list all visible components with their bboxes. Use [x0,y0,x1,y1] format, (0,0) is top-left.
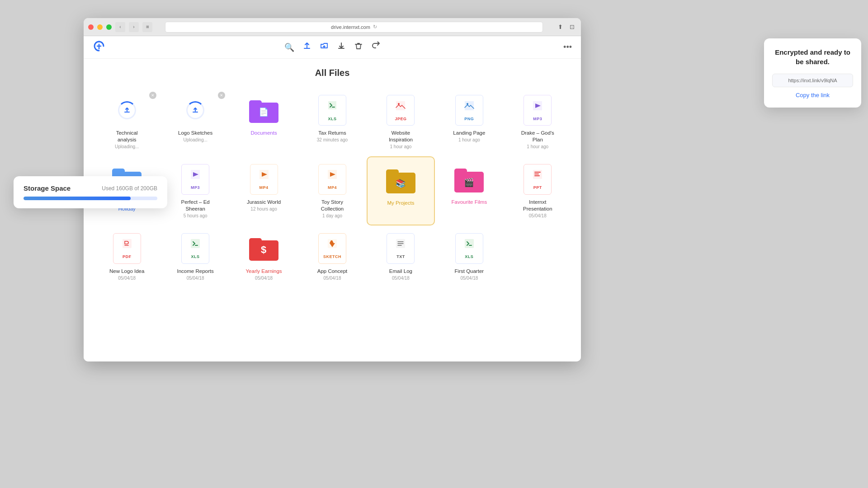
file-name: Tax Returns [318,130,346,136]
file-item[interactable]: JPEG Website Inspiration 1 hour ago [367,87,435,156]
download-button[interactable] [337,42,346,53]
svg-rect-17 [534,175,540,176]
share-icon[interactable]: ⬆ [556,23,565,32]
file-type-badge: TXT [396,254,405,259]
file-item-jurassic-world[interactable]: MP4 Jurassic World 12 hours ago [230,156,298,225]
file-item[interactable]: 📄 Documents [230,87,298,156]
file-name: Favourite Films [452,199,487,206]
back-button[interactable]: ‹ [115,22,125,32]
app-logo [93,40,105,55]
file-name: Landing Page [453,130,485,136]
file-item[interactable]: MP4 Toy Story Collection 1 day ago [298,156,366,225]
file-icon: PDF [113,233,141,264]
file-icon-wrapper: PDF [111,233,143,264]
search-button[interactable]: 🔍 [284,42,294,52]
file-item[interactable]: PPT Internxt Presentation 05/04/18 [504,156,572,225]
file-item[interactable]: MP3 Drake – God's Plan 1 hour ago [504,87,572,156]
upload-button[interactable] [302,42,311,53]
file-icon-wrapper: 📚 [385,164,416,196]
file-item[interactable]: MP3 Perfect – Ed Sheeran 5 hours ago [161,156,229,225]
file-icon-wrapper: XLS [453,233,485,264]
upload-ring [118,101,136,119]
file-icon: SKETCH [318,233,346,264]
file-item[interactable]: TXT Email Log 05/04/18 [367,225,435,288]
new-folder-button[interactable] [320,42,329,53]
file-date: 05/04/18 [460,276,478,281]
file-item-my-projects[interactable]: 📚 My Projects [367,156,435,225]
file-icon: XLS [318,95,346,126]
traffic-light-close[interactable] [88,24,94,30]
storage-title: Storage Space [24,184,71,192]
file-date: 1 day ago [322,213,342,218]
svg-text:📚: 📚 [396,178,406,188]
close-badge[interactable]: ✕ [218,92,225,99]
file-item[interactable]: XLS First Quarter 05/04/18 [435,225,503,288]
upload-ring [186,101,204,119]
file-item[interactable]: PDF New Logo Idea 05/04/18 [93,225,161,288]
file-item[interactable]: ✕ Technical analysis Uploading... [93,87,161,156]
traffic-light-maximize[interactable] [106,24,112,30]
file-icon: MP4 [318,164,346,195]
tab-button[interactable]: ⊞ [142,22,152,32]
storage-info: Used 160GB of 200GB [102,185,157,192]
file-item[interactable]: PNG Landing Page 1 hour ago [435,87,503,156]
file-icon-wrapper: MP3 [179,164,211,195]
traffic-light-minimize[interactable] [97,24,103,30]
copy-link-button[interactable]: Copy the link [772,92,853,99]
file-date: 05/04/18 [255,276,273,281]
svg-rect-16 [534,174,539,174]
file-icon-wrapper: PNG [453,94,485,126]
close-badge[interactable]: ✕ [149,92,156,99]
file-icon-wrapper: XLS [316,94,348,126]
file-name: My Projects [387,200,414,206]
forward-share-button[interactable] [371,42,380,53]
file-date: Uploading... [183,137,207,142]
file-name: Income Reports [177,268,214,275]
file-type-badge: XLS [191,254,200,259]
file-item[interactable]: XLS Tax Returns 32 minutes ago [298,87,366,156]
file-icon-wrapper: MP3 [522,94,553,126]
file-icon: MP3 [181,164,209,195]
forward-button[interactable]: › [129,22,139,32]
file-date: 32 minutes ago [317,137,348,142]
app-header: 🔍 [84,36,581,59]
file-icon-wrapper: $ [248,233,280,264]
more-menu-button[interactable]: ••• [563,42,572,52]
file-icon-wrapper: 📄 [248,94,280,126]
address-bar[interactable]: drive.internxt.com ↻ [165,22,543,33]
storage-bar-fill [24,197,131,200]
svg-text:📄: 📄 [259,107,269,117]
file-item[interactable]: XLS Income Reports 05/04/18 [161,225,229,288]
file-item[interactable]: SKETCH App Concept 05/04/18 [298,225,366,288]
file-item[interactable]: 🎬 Favourite Films [435,156,503,225]
file-name: First Quarter [455,268,484,275]
file-icon-wrapper: MP4 [316,164,348,195]
svg-text:🎬: 🎬 [464,178,474,188]
share-link-box[interactable]: https://inxt.link/v9lqNA [772,74,853,87]
file-icon-wrapper: MP4 [248,164,280,195]
file-type-badge: MP3 [533,117,542,121]
file-name: Perfect – Ed Sheeran [175,199,216,212]
page-title: All Files [84,59,581,83]
file-type-badge: SKETCH [323,254,341,259]
delete-button[interactable] [354,42,363,53]
file-date: 05/04/18 [324,276,341,281]
file-item[interactable]: ✕ Logo Sketches Uploading... [161,87,229,156]
svg-text:$: $ [261,244,266,255]
browser-titlebar: ‹ › ⊞ drive.internxt.com ↻ ⬆ ⊡ [84,18,581,36]
file-icon-wrapper: TXT [385,233,416,264]
screenshot-icon[interactable]: ⊡ [567,23,576,32]
file-icon: TXT [387,233,415,264]
file-type-badge: PDF [123,254,132,259]
file-date: 1 hour ago [390,144,412,149]
file-type-badge: PPT [533,185,542,190]
file-icon: PPT [524,164,552,195]
reload-icon[interactable]: ↻ [373,24,377,30]
file-item[interactable]: $ Yearly Earnings 05/04/18 [230,225,298,288]
file-date: 5 hours ago [184,213,208,218]
file-icon-wrapper: 🎬 [453,164,485,195]
file-icon-wrapper: PPT [522,164,553,195]
svg-rect-1 [249,100,262,107]
file-name: Email Log [389,268,412,275]
file-icon: XLS [455,233,483,264]
